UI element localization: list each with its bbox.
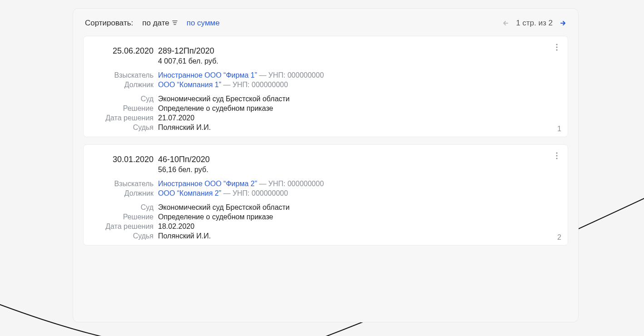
- results-panel: Сортировать: по дате по сумме 1 стр. из …: [73, 8, 579, 322]
- decision-value: Определение о судебном приказе: [158, 104, 273, 113]
- creditor-value: Иностранное ООО “Фирма 2” — УНП: 0000000…: [158, 180, 324, 188]
- debtor-link[interactable]: ООО “Компания 2”: [158, 189, 221, 197]
- card-menu-button[interactable]: [552, 43, 561, 54]
- sort-by-amount[interactable]: по сумме: [187, 19, 220, 28]
- creditor-link[interactable]: Иностранное ООО “Фирма 1”: [158, 71, 257, 79]
- svg-point-2: [556, 49, 557, 50]
- debtor-unp: 000000000: [252, 81, 288, 89]
- unp-prefix: — УНП:: [223, 81, 249, 89]
- case-number: 289-12Пп/2020: [158, 46, 214, 56]
- case-number: 46-10Пп/2020: [158, 155, 210, 164]
- pager-text: 1 стр. из 2: [516, 19, 553, 28]
- pager: 1 стр. из 2: [502, 19, 566, 28]
- case-amount: 4 007,61 бел. руб.: [158, 57, 218, 65]
- judge-label: Судья: [94, 232, 158, 240]
- decision-label: Решение: [94, 104, 158, 113]
- creditor-label: Взыскатель: [94, 71, 158, 79]
- judge-value: Полянский И.И.: [158, 232, 211, 240]
- creditor-link[interactable]: Иностранное ООО “Фирма 2”: [158, 180, 257, 188]
- creditor-value: Иностранное ООО “Фирма 1” — УНП: 0000000…: [158, 71, 324, 79]
- debtor-label: Должник: [94, 189, 158, 198]
- decision-label: Решение: [94, 213, 158, 221]
- unp-prefix: — УНП:: [259, 71, 285, 79]
- pager-prev[interactable]: [502, 20, 510, 26]
- decision-date-label: Дата решения: [94, 222, 158, 231]
- decision-date-value: 21.07.2020: [158, 114, 194, 122]
- arrow-left-icon: [502, 20, 510, 26]
- court-value: Экономический суд Брестской области: [158, 95, 290, 103]
- sort-desc-icon: [172, 19, 178, 28]
- decision-date-label: Дата решения: [94, 114, 158, 122]
- pager-next[interactable]: [559, 20, 566, 26]
- kebab-icon: [552, 43, 561, 52]
- debtor-value: ООО “Компания 1” — УНП: 000000000: [158, 81, 288, 89]
- svg-point-0: [556, 44, 557, 45]
- creditor-label: Взыскатель: [94, 180, 158, 188]
- case-amount: 56,16 бел. руб.: [158, 166, 208, 174]
- judge-label: Судья: [94, 124, 158, 132]
- svg-point-5: [556, 158, 557, 159]
- card-menu-button[interactable]: [552, 151, 561, 162]
- sort-by-date[interactable]: по дате: [142, 19, 177, 28]
- creditor-unp: 000000000: [287, 180, 324, 188]
- debtor-link[interactable]: ООО “Компания 1”: [158, 81, 221, 89]
- case-card: 25.06.2020 289-12Пп/2020 4 007,61 бел. р…: [83, 36, 568, 137]
- case-date: 25.06.2020: [94, 46, 158, 56]
- sort-label: Сортировать:: [85, 19, 133, 28]
- unp-prefix: — УНП:: [223, 189, 249, 197]
- sort-by-date-text: по дате: [142, 19, 169, 28]
- svg-point-4: [556, 155, 557, 156]
- court-label: Суд: [94, 95, 158, 103]
- decision-value: Определение о судебном приказе: [158, 213, 273, 221]
- unp-prefix: — УНП:: [259, 180, 285, 188]
- court-label: Суд: [94, 203, 158, 212]
- creditor-unp: 000000000: [287, 71, 324, 79]
- sort-group: Сортировать: по дате по сумме: [85, 19, 220, 28]
- debtor-unp: 000000000: [252, 189, 288, 197]
- kebab-icon: [552, 151, 561, 160]
- court-value: Экономический суд Брестской области: [158, 203, 290, 212]
- svg-point-1: [556, 46, 557, 48]
- decision-date-value: 18.02.2020: [158, 222, 194, 231]
- arrow-right-icon: [559, 20, 566, 26]
- case-card: 30.01.2020 46-10Пп/2020 56,16 бел. руб. …: [83, 144, 568, 246]
- debtor-value: ООО “Компания 2” — УНП: 000000000: [158, 189, 288, 198]
- debtor-label: Должник: [94, 81, 158, 89]
- card-index: 1: [557, 125, 561, 133]
- judge-value: Полянский И.И.: [158, 124, 211, 132]
- svg-point-3: [556, 152, 557, 153]
- toolbar: Сортировать: по дате по сумме 1 стр. из …: [83, 19, 568, 28]
- case-date: 30.01.2020: [94, 155, 158, 164]
- card-index: 2: [557, 233, 561, 242]
